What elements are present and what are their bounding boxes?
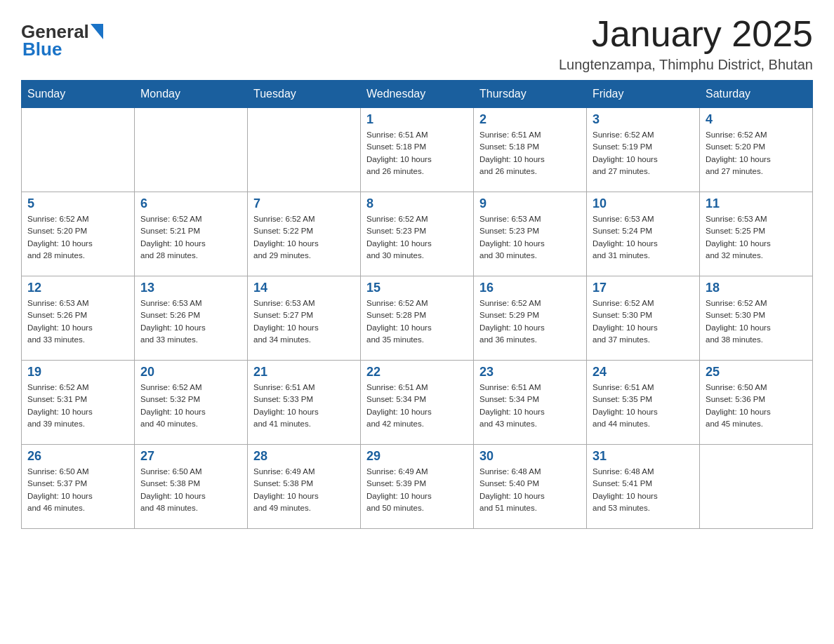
- svg-marker-0: [91, 24, 103, 39]
- calendar-cell: 25Sunrise: 6:50 AMSunset: 5:36 PMDayligh…: [700, 361, 813, 445]
- day-info: Sunrise: 6:53 AMSunset: 5:25 PMDaylight:…: [706, 213, 807, 262]
- day-number: 2: [479, 112, 581, 127]
- calendar-cell: 10Sunrise: 6:53 AMSunset: 5:24 PMDayligh…: [587, 192, 700, 276]
- calendar-cell: 21Sunrise: 6:51 AMSunset: 5:33 PMDayligh…: [248, 361, 361, 445]
- logo-triangle-icon: [91, 24, 103, 39]
- day-info: Sunrise: 6:49 AMSunset: 5:38 PMDaylight:…: [253, 466, 355, 514]
- calendar-cell: 18Sunrise: 6:52 AMSunset: 5:30 PMDayligh…: [700, 276, 813, 361]
- day-number: 30: [479, 449, 581, 464]
- day-number: 24: [593, 365, 694, 380]
- day-number: 11: [706, 196, 807, 211]
- day-info: Sunrise: 6:52 AMSunset: 5:19 PMDaylight:…: [593, 129, 694, 177]
- day-info: Sunrise: 6:52 AMSunset: 5:20 PMDaylight:…: [706, 129, 807, 177]
- calendar-cell: 3Sunrise: 6:52 AMSunset: 5:19 PMDaylight…: [587, 108, 700, 192]
- calendar-cell: 22Sunrise: 6:51 AMSunset: 5:34 PMDayligh…: [361, 361, 474, 445]
- day-number: 23: [479, 365, 581, 380]
- day-number: 21: [253, 365, 355, 380]
- day-info: Sunrise: 6:52 AMSunset: 5:22 PMDaylight:…: [253, 213, 355, 262]
- weekday-header-row: SundayMondayTuesdayWednesdayThursdayFrid…: [22, 81, 813, 108]
- weekday-header-saturday: Saturday: [700, 81, 813, 108]
- calendar-cell: [248, 108, 361, 192]
- calendar-cell: [22, 108, 135, 192]
- day-number: 5: [27, 196, 128, 211]
- calendar-cell: 13Sunrise: 6:53 AMSunset: 5:26 PMDayligh…: [135, 276, 248, 361]
- calendar-week-1: 1Sunrise: 6:51 AMSunset: 5:18 PMDaylight…: [22, 108, 813, 192]
- day-number: 3: [593, 112, 694, 127]
- calendar-cell: 8Sunrise: 6:52 AMSunset: 5:23 PMDaylight…: [361, 192, 474, 276]
- calendar-cell: 12Sunrise: 6:53 AMSunset: 5:26 PMDayligh…: [22, 276, 135, 361]
- day-number: 31: [593, 449, 694, 464]
- calendar-cell: 6Sunrise: 6:52 AMSunset: 5:21 PMDaylight…: [135, 192, 248, 276]
- calendar-cell: 19Sunrise: 6:52 AMSunset: 5:31 PMDayligh…: [22, 361, 135, 445]
- day-number: 10: [593, 196, 694, 211]
- day-info: Sunrise: 6:52 AMSunset: 5:29 PMDaylight:…: [479, 297, 581, 346]
- calendar-cell: 1Sunrise: 6:51 AMSunset: 5:18 PMDaylight…: [361, 108, 474, 192]
- day-number: 9: [479, 196, 581, 211]
- calendar-cell: 11Sunrise: 6:53 AMSunset: 5:25 PMDayligh…: [700, 192, 813, 276]
- day-number: 13: [140, 281, 241, 295]
- weekday-header-sunday: Sunday: [22, 81, 135, 108]
- day-info: Sunrise: 6:52 AMSunset: 5:23 PMDaylight:…: [366, 213, 468, 262]
- calendar-cell: [135, 108, 248, 192]
- calendar-cell: 24Sunrise: 6:51 AMSunset: 5:35 PMDayligh…: [587, 361, 700, 445]
- weekday-header-tuesday: Tuesday: [248, 81, 361, 108]
- day-number: 17: [593, 281, 694, 295]
- day-number: 16: [479, 281, 581, 295]
- logo-text-blue: Blue: [22, 39, 62, 60]
- day-number: 8: [366, 196, 468, 211]
- day-info: Sunrise: 6:52 AMSunset: 5:31 PMDaylight:…: [27, 382, 128, 430]
- calendar-week-3: 12Sunrise: 6:53 AMSunset: 5:26 PMDayligh…: [22, 276, 813, 361]
- day-number: 14: [253, 281, 355, 295]
- day-number: 4: [706, 112, 807, 127]
- calendar-cell: 9Sunrise: 6:53 AMSunset: 5:23 PMDaylight…: [474, 192, 587, 276]
- calendar-week-2: 5Sunrise: 6:52 AMSunset: 5:20 PMDaylight…: [22, 192, 813, 276]
- calendar-cell: 20Sunrise: 6:52 AMSunset: 5:32 PMDayligh…: [135, 361, 248, 445]
- day-info: Sunrise: 6:52 AMSunset: 5:20 PMDaylight:…: [27, 213, 128, 262]
- day-info: Sunrise: 6:52 AMSunset: 5:32 PMDaylight:…: [140, 382, 241, 430]
- day-info: Sunrise: 6:52 AMSunset: 5:21 PMDaylight:…: [140, 213, 241, 262]
- calendar-cell: [700, 445, 813, 529]
- day-info: Sunrise: 6:52 AMSunset: 5:28 PMDaylight:…: [366, 297, 468, 346]
- day-number: 6: [140, 196, 241, 211]
- day-info: Sunrise: 6:50 AMSunset: 5:37 PMDaylight:…: [27, 466, 128, 514]
- month-title: January 2025: [559, 14, 813, 54]
- calendar-week-4: 19Sunrise: 6:52 AMSunset: 5:31 PMDayligh…: [22, 361, 813, 445]
- calendar-cell: 27Sunrise: 6:50 AMSunset: 5:38 PMDayligh…: [135, 445, 248, 529]
- day-number: 25: [706, 365, 807, 380]
- calendar-cell: 2Sunrise: 6:51 AMSunset: 5:18 PMDaylight…: [474, 108, 587, 192]
- day-number: 28: [253, 449, 355, 464]
- day-number: 1: [366, 112, 468, 127]
- day-info: Sunrise: 6:51 AMSunset: 5:34 PMDaylight:…: [366, 382, 468, 430]
- day-info: Sunrise: 6:51 AMSunset: 5:33 PMDaylight:…: [253, 382, 355, 430]
- calendar-cell: 14Sunrise: 6:53 AMSunset: 5:27 PMDayligh…: [248, 276, 361, 361]
- day-number: 22: [366, 365, 468, 380]
- day-info: Sunrise: 6:52 AMSunset: 5:30 PMDaylight:…: [593, 297, 694, 346]
- day-number: 15: [366, 281, 468, 295]
- weekday-header-monday: Monday: [135, 81, 248, 108]
- day-info: Sunrise: 6:53 AMSunset: 5:26 PMDaylight:…: [27, 297, 128, 346]
- day-info: Sunrise: 6:48 AMSunset: 5:40 PMDaylight:…: [479, 466, 581, 514]
- day-info: Sunrise: 6:53 AMSunset: 5:23 PMDaylight:…: [479, 213, 581, 262]
- day-info: Sunrise: 6:52 AMSunset: 5:30 PMDaylight:…: [706, 297, 807, 346]
- day-info: Sunrise: 6:53 AMSunset: 5:26 PMDaylight:…: [140, 297, 241, 346]
- day-info: Sunrise: 6:50 AMSunset: 5:38 PMDaylight:…: [140, 466, 241, 514]
- logo: General Blue: [21, 21, 103, 60]
- calendar-cell: 4Sunrise: 6:52 AMSunset: 5:20 PMDaylight…: [700, 108, 813, 192]
- calendar-cell: 26Sunrise: 6:50 AMSunset: 5:37 PMDayligh…: [22, 445, 135, 529]
- day-number: 29: [366, 449, 468, 464]
- calendar-cell: 31Sunrise: 6:48 AMSunset: 5:41 PMDayligh…: [587, 445, 700, 529]
- day-number: 20: [140, 365, 241, 380]
- calendar-cell: 7Sunrise: 6:52 AMSunset: 5:22 PMDaylight…: [248, 192, 361, 276]
- day-number: 18: [706, 281, 807, 295]
- day-number: 7: [253, 196, 355, 211]
- day-info: Sunrise: 6:51 AMSunset: 5:35 PMDaylight:…: [593, 382, 694, 430]
- calendar-cell: 17Sunrise: 6:52 AMSunset: 5:30 PMDayligh…: [587, 276, 700, 361]
- day-info: Sunrise: 6:53 AMSunset: 5:24 PMDaylight:…: [593, 213, 694, 262]
- location-title: Lungtenzampa, Thimphu District, Bhutan: [559, 57, 813, 73]
- calendar-cell: 28Sunrise: 6:49 AMSunset: 5:38 PMDayligh…: [248, 445, 361, 529]
- weekday-header-wednesday: Wednesday: [361, 81, 474, 108]
- day-info: Sunrise: 6:48 AMSunset: 5:41 PMDaylight:…: [593, 466, 694, 514]
- day-info: Sunrise: 6:51 AMSunset: 5:18 PMDaylight:…: [479, 129, 581, 177]
- day-number: 12: [27, 281, 128, 295]
- calendar-cell: 5Sunrise: 6:52 AMSunset: 5:20 PMDaylight…: [22, 192, 135, 276]
